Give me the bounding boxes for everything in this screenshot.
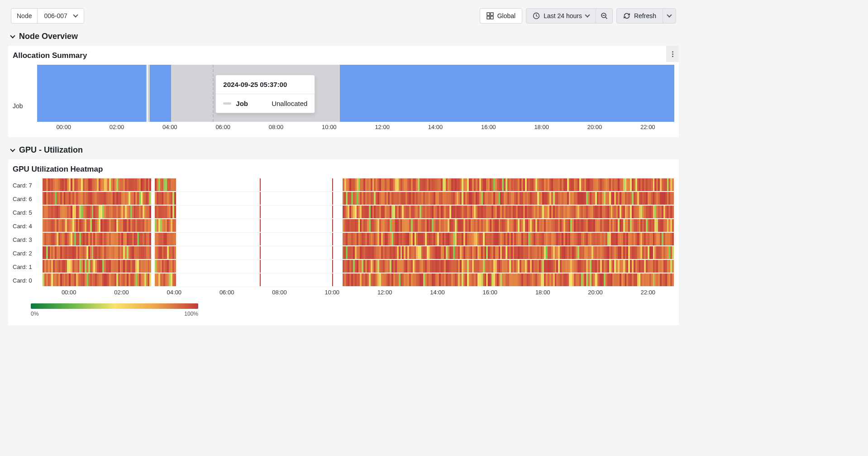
zoom-out-button[interactable] [596, 8, 613, 24]
legend-max: 100% [184, 311, 198, 317]
alloc-segment-allocated[interactable] [37, 65, 146, 122]
refresh-group: Refresh [616, 8, 676, 24]
xtick: 18:00 [535, 289, 550, 296]
heatmap-y-label: Card: 7 [13, 178, 43, 192]
xtick: 12:00 [375, 124, 390, 130]
heatmap-row [43, 219, 674, 232]
alloc-y-label: Job [13, 65, 37, 133]
heatmap-spike [332, 206, 333, 218]
xtick: 08:00 [269, 124, 284, 130]
heatmap-y-label: Card: 3 [13, 233, 43, 246]
alloc-segment-allocated[interactable] [340, 65, 674, 122]
zoom-out-icon [601, 12, 608, 19]
heatmap-y-axis: Card: 7Card: 6Card: 5Card: 4Card: 3Card:… [13, 178, 43, 287]
heatmap-row [43, 233, 674, 245]
tooltip-swatch [223, 102, 231, 105]
panel-title: GPU Utilization Heatmap [8, 159, 679, 177]
heatmap-plot[interactable] [43, 178, 674, 287]
global-button-label: Global [497, 12, 515, 19]
heatmap-y-label: Card: 5 [13, 206, 43, 219]
xtick: 14:00 [428, 124, 443, 130]
refresh-button[interactable]: Refresh [616, 8, 663, 24]
heatmap-row [43, 246, 674, 259]
heatmap-spike [260, 233, 261, 245]
chevron-down-icon [73, 12, 78, 17]
alloc-segment-unallocated[interactable] [146, 65, 148, 122]
hover-cursor [213, 65, 214, 122]
toolbar: Node 006-007 Global Last 24 hours Refres… [0, 0, 687, 24]
tooltip-timestamp: 2024-09-25 05:37:00 [216, 75, 315, 94]
xtick: 00:00 [56, 124, 71, 130]
xtick: 22:00 [640, 124, 655, 130]
heatmap-spike [260, 274, 261, 286]
tooltip: 2024-09-25 05:37:00 Job Unallocated [215, 75, 315, 113]
heatmap-spike [260, 246, 261, 259]
heatmap-spike [332, 246, 333, 259]
xtick: 12:00 [377, 289, 392, 296]
heatmap-row [43, 260, 674, 273]
xtick: 20:00 [587, 124, 602, 130]
chevron-down-icon [667, 12, 672, 17]
heatmap-spike [260, 260, 261, 273]
node-selector-group: Node 006-007 [11, 8, 84, 24]
xtick: 10:00 [322, 124, 337, 130]
timerange-button[interactable]: Last 24 hours [526, 8, 596, 24]
heatmap-y-label: Card: 4 [13, 219, 43, 233]
heatmap-spike [260, 206, 261, 218]
panel-gpu-heatmap: GPU Utilization Heatmap Card: 7Card: 6Ca… [8, 159, 679, 325]
refresh-icon [623, 12, 630, 19]
xtick: 10:00 [325, 289, 340, 296]
heatmap-spike [332, 192, 333, 205]
kebab-icon [672, 51, 673, 57]
xtick: 02:00 [110, 124, 124, 130]
xtick: 04:00 [162, 124, 177, 130]
tooltip-value: Unallocated [272, 100, 307, 107]
heatmap-spike [332, 219, 333, 232]
node-select-value: 006-007 [44, 12, 67, 19]
xtick: 14:00 [430, 289, 445, 296]
heatmap-spike [260, 178, 261, 191]
section-title: Node Overview [19, 32, 78, 41]
svg-rect-0 [487, 13, 490, 15]
heatmap-spike [332, 274, 333, 286]
panel-allocation-summary: Allocation Summary Job 00:0002:0004:0006… [8, 46, 679, 137]
timerange-label: Last 24 hours [544, 12, 582, 19]
refresh-interval-button[interactable] [663, 8, 676, 24]
alloc-segment-allocated[interactable] [150, 65, 171, 122]
heatmap-legend: 0% 100% [31, 303, 198, 317]
panel-menu-button[interactable] [666, 46, 679, 62]
global-button[interactable]: Global [480, 8, 522, 24]
xtick: 04:00 [167, 289, 182, 296]
heatmap-spike [332, 260, 333, 273]
section-toggle-gpu-utilization[interactable]: GPU - Utilization [0, 137, 687, 159]
heatmap-y-label: Card: 1 [13, 260, 43, 274]
heatmap-row [43, 274, 674, 286]
heatmap-spike [260, 192, 261, 205]
clock-icon [533, 12, 540, 19]
heatmap-spike [332, 178, 333, 191]
node-label: Node [11, 8, 37, 24]
xtick: 16:00 [483, 289, 498, 296]
xtick: 18:00 [534, 124, 549, 130]
xtick: 02:00 [114, 289, 129, 296]
section-toggle-node-overview[interactable]: Node Overview [0, 24, 687, 46]
xtick: 00:00 [62, 289, 76, 296]
panel-title: Allocation Summary [8, 46, 679, 63]
tooltip-series: Job [236, 100, 248, 107]
section-title: GPU - Utilization [19, 145, 83, 155]
allocation-timeline[interactable]: 00:0002:0004:0006:0008:0010:0012:0014:00… [37, 65, 674, 133]
alloc-segment-unallocated[interactable] [329, 65, 339, 122]
refresh-label: Refresh [634, 12, 656, 19]
svg-rect-3 [491, 16, 493, 19]
heatmap-spike [332, 233, 333, 245]
svg-rect-2 [487, 16, 490, 19]
heatmap-y-label: Card: 0 [13, 274, 43, 287]
timerange-picker: Last 24 hours [526, 8, 613, 24]
chevron-down-icon [10, 33, 15, 38]
node-select[interactable]: 006-007 [37, 8, 84, 24]
heatmap-spike [260, 219, 261, 232]
alloc-segment-unallocated[interactable] [148, 65, 150, 122]
legend-min: 0% [31, 311, 38, 317]
heatmap-row [43, 206, 674, 218]
toolbar-right: Global Last 24 hours Refresh [480, 8, 676, 24]
